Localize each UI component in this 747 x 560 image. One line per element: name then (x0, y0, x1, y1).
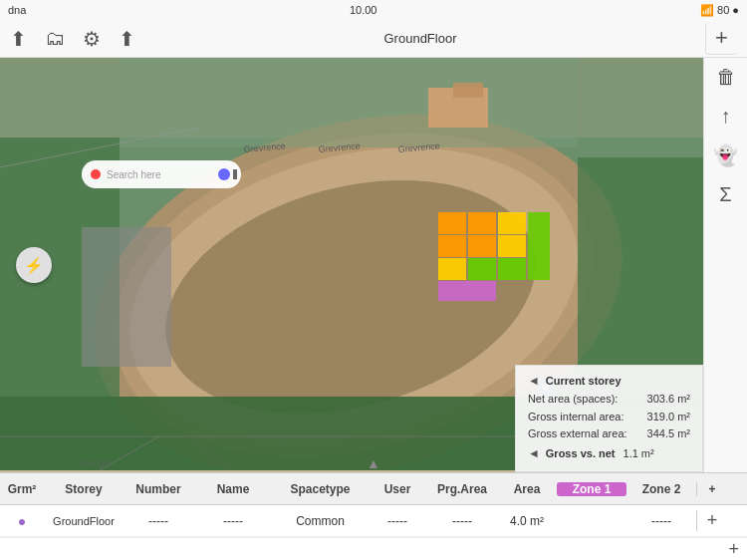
cell-zone2: ----- (626, 514, 696, 528)
cell-storey: GroundFloor (44, 515, 124, 527)
cell-user: ----- (368, 514, 427, 528)
gross-internal-row: Gross internal area: 319.0 m² (528, 409, 690, 426)
svg-rect-20 (438, 235, 466, 257)
svg-rect-24 (468, 258, 496, 280)
svg-rect-25 (498, 258, 526, 280)
svg-rect-23 (438, 258, 466, 280)
nav-left-arrow2[interactable]: ◄ (528, 446, 540, 460)
svg-text:Search here: Search here (107, 169, 161, 180)
settings-icon[interactable]: ⚙ (83, 27, 101, 51)
move-up-icon[interactable]: ↑ (721, 105, 731, 128)
svg-rect-12 (82, 227, 171, 367)
gross-external-row: Gross external area: 344.5 m² (528, 425, 690, 443)
svg-rect-9 (120, 58, 578, 147)
svg-point-32 (91, 169, 101, 179)
table-header: Grm² Storey Number Name Spacetype User P… (0, 473, 747, 505)
sigma-icon[interactable]: Σ (719, 183, 731, 206)
gross-vs-net-label: Gross vs. net (546, 447, 616, 459)
net-area-row: Net area (spaces): 303.6 m² (528, 391, 690, 409)
gross-internal-label: Gross internal area: (528, 409, 624, 426)
add-row-plus[interactable]: + (728, 539, 739, 560)
cell-area: 4.0 m² (497, 514, 557, 528)
col-header-grm: Grm² (0, 482, 44, 496)
upload-icon[interactable]: ⬆ (10, 27, 27, 51)
col-header-user: User (368, 482, 427, 496)
info-nav-bottom: ◄ Gross vs. net 1.1 m² (528, 446, 690, 460)
status-battery: 📶 80 ● (700, 4, 739, 17)
share-icon[interactable]: ⬆ (119, 27, 135, 51)
data-table: Grm² Storey Number Name Spacetype User P… (0, 472, 747, 560)
gross-internal-value: 319.0 m² (647, 409, 690, 426)
delete-icon[interactable]: 🗑 (716, 66, 736, 89)
gross-vs-net-value: 1.1 m² (623, 447, 654, 459)
info-nav-top: ◄ Current storey (528, 374, 690, 388)
floor-title: GroundFloor (384, 31, 457, 46)
top-toolbar: ⬆ 🗂 ⚙ ⬆ GroundFloor + (0, 20, 747, 58)
table-row[interactable]: ● GroundFloor ----- ----- Common ----- -… (0, 505, 747, 537)
gross-external-label: Gross external area: (528, 425, 627, 443)
info-panel: ◄ Current storey Net area (spaces): 303.… (515, 365, 703, 472)
col-header-prg-area: Prg.Area (427, 482, 497, 496)
action-button[interactable]: ⚡ (16, 247, 52, 283)
current-storey-label: Current storey (546, 375, 622, 387)
col-header-storey: Storey (44, 482, 124, 496)
net-area-value: 303.6 m² (647, 391, 690, 409)
collapse-arrow[interactable]: ▲ (367, 455, 380, 471)
col-header-zone2: Zone 2 (626, 482, 696, 496)
folder-icon[interactable]: 🗂 (45, 27, 65, 50)
svg-rect-31 (82, 160, 241, 188)
col-header-plus[interactable]: + (696, 482, 727, 496)
add-button[interactable]: + (705, 23, 737, 55)
cell-grm: ● (0, 513, 44, 529)
svg-rect-19 (498, 212, 526, 234)
right-panel: 🗑 ↑ 👻 Σ (703, 58, 747, 472)
col-header-area: Area (497, 482, 557, 496)
svg-text:Google: Google (82, 458, 111, 468)
status-signal: dna (8, 4, 26, 16)
net-area-label: Net area (spaces): (528, 391, 618, 409)
svg-rect-11 (453, 83, 483, 98)
svg-rect-17 (438, 212, 466, 234)
col-header-name: Name (193, 482, 273, 496)
lightning-icon: ⚡ (24, 256, 44, 275)
svg-rect-26 (528, 212, 550, 280)
cell-number: ----- (124, 514, 193, 528)
toolbar-right: + (705, 23, 737, 55)
svg-rect-35 (233, 169, 237, 179)
cell-name: ----- (193, 514, 273, 528)
status-time: 10.00 (350, 4, 377, 16)
svg-rect-21 (468, 235, 496, 257)
col-header-zone1[interactable]: Zone 1 (557, 482, 626, 496)
svg-rect-27 (438, 281, 496, 301)
gross-external-value: 344.5 m² (647, 425, 690, 443)
svg-rect-22 (498, 235, 526, 257)
toolbar-left: ⬆ 🗂 ⚙ ⬆ (10, 27, 135, 51)
svg-rect-18 (468, 212, 496, 234)
cell-plus[interactable]: + (696, 510, 727, 531)
col-header-number: Number (124, 482, 193, 496)
nav-left-arrow[interactable]: ◄ (528, 374, 540, 388)
svg-point-34 (218, 168, 230, 180)
status-bar: dna 10.00 📶 80 ● (0, 0, 747, 20)
cell-prg-area: ----- (427, 514, 497, 528)
col-header-spacetype: Spacetype (273, 482, 368, 496)
cell-spacetype: Common (273, 514, 368, 528)
ghost-icon[interactable]: 👻 (713, 143, 738, 167)
